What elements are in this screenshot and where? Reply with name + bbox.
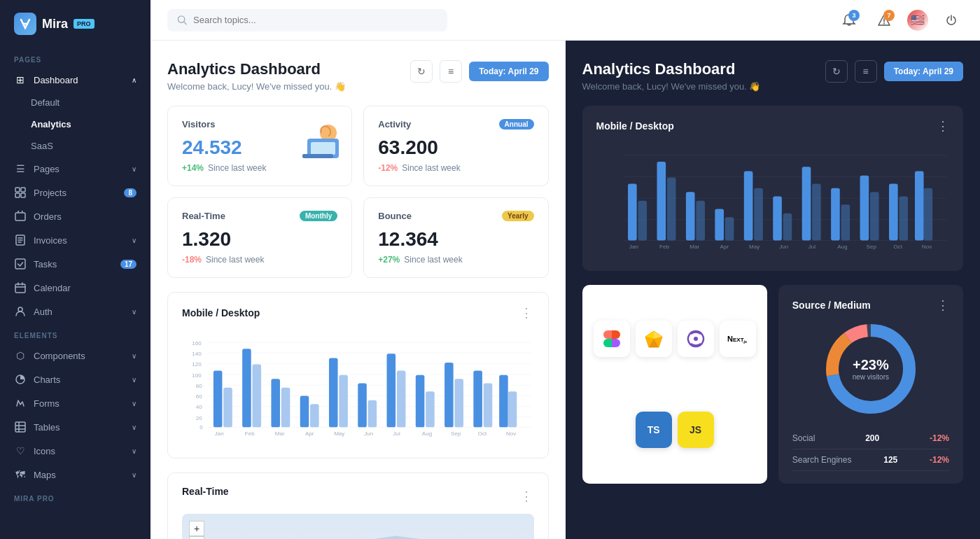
svg-text:Jul: Jul	[393, 430, 401, 437]
right-page-subtitle: Welcome back, Lucy! We've missed you. 👋	[582, 81, 761, 92]
sidebar-components-label: Components	[34, 351, 85, 361]
bounce-change: +27%	[378, 255, 400, 265]
activity-badge: Annual	[499, 119, 534, 130]
svg-rect-39	[281, 388, 290, 428]
svg-text:EXT: EXT	[733, 337, 744, 343]
sidebar-item-tables[interactable]: Tables ∨	[0, 415, 150, 439]
forms-icon	[14, 397, 27, 410]
alerts-button[interactable]: 7	[872, 8, 896, 32]
figma-logo	[594, 321, 630, 357]
svg-rect-91	[899, 196, 908, 240]
map-zoom-out[interactable]: −	[189, 536, 204, 539]
bar-chart-menu[interactable]: ⋮	[520, 305, 534, 321]
svg-rect-3	[21, 193, 25, 197]
sidebar-item-maps[interactable]: 🗺 Maps ∨	[0, 463, 150, 486]
realtime-value: 1.320	[182, 228, 337, 251]
bounce-label: Bounce	[378, 211, 412, 221]
sidebar-item-orders[interactable]: Orders	[0, 204, 150, 228]
svg-rect-4	[15, 213, 25, 220]
stat-card-bounce: Bounce Yearly 12.364 +27% Since last wee…	[363, 197, 548, 278]
sidebar-item-pages[interactable]: ☰ Pages ∨	[0, 157, 150, 181]
search-wrap[interactable]	[167, 9, 447, 31]
filter-button[interactable]: ≡	[440, 60, 462, 83]
dark-bar-chart-menu[interactable]: ⋮	[937, 118, 949, 134]
pro-badge: PRO	[74, 19, 94, 29]
source-social-name: Social	[792, 433, 816, 443]
sidebar-item-dashboard[interactable]: ⊞ Dashboard ∧	[0, 68, 150, 92]
sidebar-item-icons[interactable]: ♡ Icons ∨	[0, 439, 150, 463]
sidebar-auth-label: Auth	[34, 307, 52, 317]
refresh-button[interactable]: ↻	[410, 60, 433, 83]
svg-rect-73	[638, 201, 647, 241]
sidebar-maps-label: Maps	[34, 470, 56, 480]
notifications-button[interactable]: 3	[837, 8, 861, 32]
svg-text:Oct: Oct	[478, 430, 487, 437]
svg-text:Apr: Apr	[305, 430, 314, 437]
calendar-icon	[14, 281, 27, 294]
svg-rect-75	[666, 177, 676, 240]
sidebar-analytics-label: Analytics	[31, 119, 71, 130]
topbar: 3 7 🇺🇸	[150, 0, 980, 41]
tables-icon	[14, 421, 27, 433]
sidebar-item-default[interactable]: Default	[0, 92, 150, 113]
map-zoom-in[interactable]: +	[189, 521, 204, 536]
svg-text:Nov: Nov	[921, 244, 932, 250]
source-search-name: Search Engines	[792, 455, 852, 465]
dark-bar-chart-title: Mobile / Desktop	[596, 120, 674, 132]
source-medium-section: Source / Medium ⋮	[778, 285, 963, 484]
bar-chart-title: Mobile / Desktop	[182, 307, 260, 318]
sidebar-icons-label: Icons	[34, 446, 55, 456]
sidebar-item-auth[interactable]: Auth ∨	[0, 300, 150, 323]
power-button[interactable]	[939, 8, 963, 32]
svg-rect-14	[311, 142, 335, 155]
dark-bar-chart-section: Mobile / Desktop ⋮	[582, 106, 964, 271]
search-icon	[177, 15, 188, 26]
svg-rect-55	[508, 391, 517, 427]
user-flag[interactable]: 🇺🇸	[907, 10, 928, 31]
activity-value: 63.200	[378, 136, 533, 159]
sidebar-item-forms[interactable]: Forms ∨	[0, 391, 150, 415]
section-mirapro-label: MIRA PRO	[0, 486, 150, 507]
sidebar-item-charts[interactable]: Charts ∨	[0, 368, 150, 391]
components-icon: ⬡	[14, 349, 27, 362]
visitors-label: Visitors	[182, 119, 215, 130]
topbar-actions: 3 7 🇺🇸	[837, 8, 963, 32]
pages-chevron: ∨	[132, 165, 136, 173]
date-button[interactable]: Today: April 29	[469, 62, 548, 81]
svg-rect-77	[696, 201, 705, 241]
svg-text:May: May	[749, 244, 760, 250]
auth-icon	[14, 305, 27, 318]
map-menu[interactable]: ⋮	[520, 489, 534, 504]
svg-text:.js: .js	[743, 340, 747, 344]
svg-rect-53	[484, 384, 493, 428]
svg-text:160: 160	[192, 340, 202, 346]
search-input[interactable]	[193, 15, 438, 25]
stats-grid: Visitors 24.532 +14% Since last week	[167, 106, 549, 278]
realtime-change: -18%	[182, 255, 202, 265]
sidebar-item-calendar[interactable]: Calendar	[0, 276, 150, 300]
section-elements-label: ELEMENTS	[0, 323, 150, 344]
svg-text:120: 120	[192, 361, 202, 368]
activity-since: Since last week	[402, 163, 460, 173]
right-filter-button[interactable]: ≡	[855, 60, 877, 83]
svg-rect-83	[783, 214, 792, 241]
sidebar-item-components[interactable]: ⬡ Components ∨	[0, 344, 150, 368]
right-refresh-button[interactable]: ↻	[825, 60, 848, 83]
sidebar-item-analytics[interactable]: Analytics	[0, 113, 150, 135]
sidebar-item-invoices[interactable]: Invoices ∨	[0, 228, 150, 252]
dashboard-icon: ⊞	[14, 74, 27, 86]
source-medium-menu[interactable]: ⋮	[937, 298, 949, 313]
svg-text:Sep: Sep	[451, 430, 461, 437]
svg-rect-38	[271, 379, 280, 427]
nextjs-logo: NEXT.js	[720, 321, 756, 357]
sidebar-item-projects[interactable]: Projects 8	[0, 181, 150, 204]
sidebar-invoices-label: Invoices	[34, 235, 67, 246]
right-date-button[interactable]: Today: April 29	[884, 62, 963, 81]
sidebar-item-tasks[interactable]: Tasks 17	[0, 252, 150, 276]
header-actions: ↻ ≡ Today: April 29	[410, 60, 548, 83]
sidebar-logo: Mira PRO	[0, 0, 150, 48]
svg-text:Oct: Oct	[893, 244, 902, 250]
main-content: 3 7 🇺🇸 Analytics Dashboard Welcome back,…	[150, 0, 980, 539]
right-header-actions: ↻ ≡ Today: April 29	[825, 60, 963, 83]
sidebar-item-saas[interactable]: SaaS	[0, 135, 150, 157]
